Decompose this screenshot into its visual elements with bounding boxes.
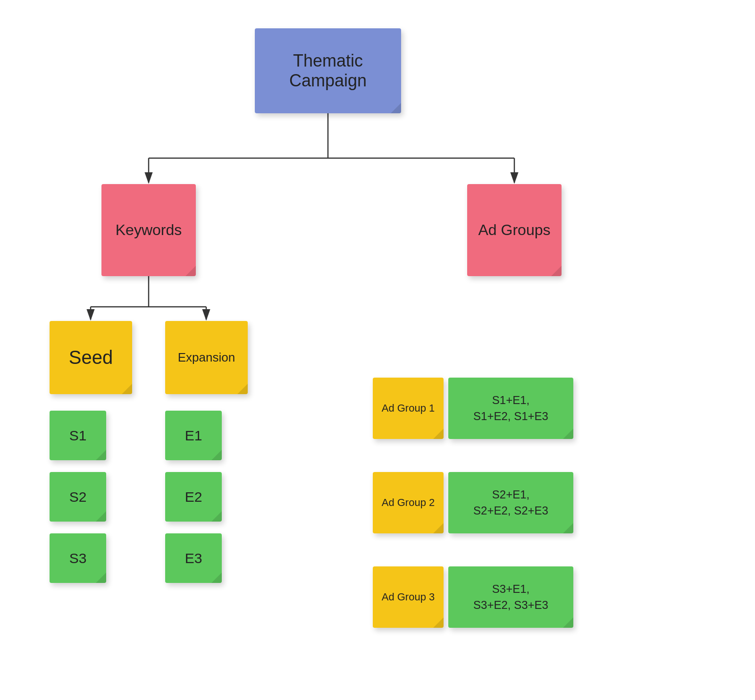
s2-note: S2 (50, 472, 106, 522)
adgroup1-label-note: Ad Group 1 (373, 378, 444, 439)
adgroups-label: Ad Groups (478, 221, 551, 239)
s3-label: S3 (69, 550, 87, 566)
adgroup2-label-note: Ad Group 2 (373, 472, 444, 533)
e3-note: E3 (165, 533, 222, 583)
adgroup3-content-note: S3+E1, S3+E2, S3+E3 (448, 566, 573, 628)
s3-note: S3 (50, 533, 106, 583)
s1-note: S1 (50, 411, 106, 460)
adgroup1-content-label: S1+E1, S1+E2, S1+E3 (473, 392, 548, 424)
e1-note: E1 (165, 411, 222, 460)
adgroup2-label: Ad Group 2 (382, 496, 435, 510)
seed-note: Seed (50, 321, 132, 394)
keywords-label: Keywords (116, 221, 182, 239)
keywords-note: Keywords (101, 184, 196, 276)
expansion-note: Expansion (165, 321, 248, 394)
campaign-label: Thematic Campaign (255, 51, 401, 91)
e2-label: E2 (185, 489, 202, 505)
adgroup3-label: Ad Group 3 (382, 590, 435, 605)
adgroup1-label: Ad Group 1 (382, 401, 435, 416)
campaign-note: Thematic Campaign (255, 28, 401, 113)
adgroup2-content-note: S2+E1, S2+E2, S2+E3 (448, 472, 573, 533)
diagram: Thematic Campaign Keywords Ad Groups See… (0, 0, 755, 700)
s1-label: S1 (69, 428, 87, 444)
e3-label: E3 (185, 550, 202, 566)
expansion-label: Expansion (178, 350, 235, 365)
s2-label: S2 (69, 489, 87, 505)
adgroups-note: Ad Groups (467, 184, 562, 276)
adgroup3-content-label: S3+E1, S3+E2, S3+E3 (473, 581, 548, 613)
adgroup3-label-note: Ad Group 3 (373, 566, 444, 628)
e1-label: E1 (185, 428, 202, 444)
adgroup2-content-label: S2+E1, S2+E2, S2+E3 (473, 487, 548, 518)
adgroup1-content-note: S1+E1, S1+E2, S1+E3 (448, 378, 573, 439)
seed-label: Seed (69, 347, 113, 368)
e2-note: E2 (165, 472, 222, 522)
